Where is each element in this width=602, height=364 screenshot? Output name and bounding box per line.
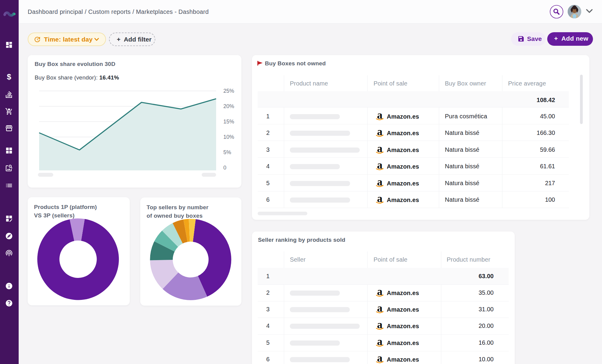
- svg-text:20%: 20%: [223, 103, 234, 109]
- svg-text:15%: 15%: [223, 119, 234, 125]
- svg-text:$: $: [7, 73, 11, 81]
- svg-text:25%: 25%: [223, 88, 234, 94]
- svg-text:0: 0: [223, 165, 226, 171]
- svg-text:5%: 5%: [223, 149, 231, 155]
- svg-text:10%: 10%: [223, 134, 234, 140]
